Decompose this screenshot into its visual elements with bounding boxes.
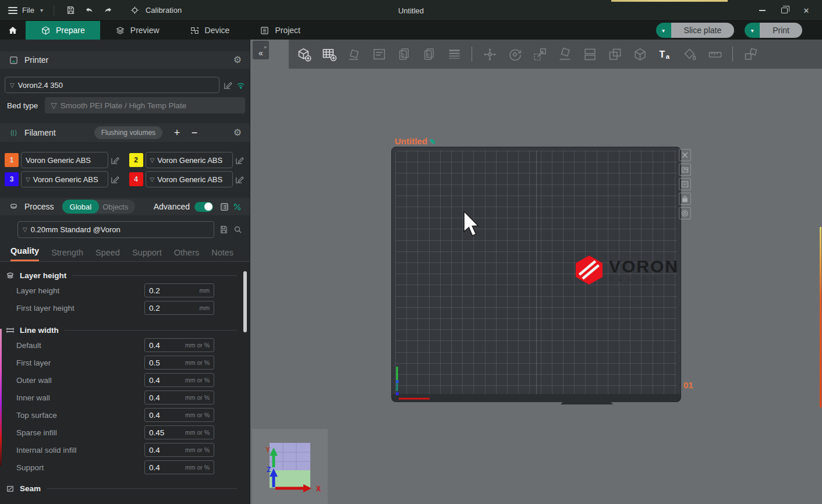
paste-icon[interactable]: P — [419, 44, 440, 65]
wifi-connection-icon[interactable] — [236, 81, 245, 90]
close-button[interactable]: ✕ — [796, 2, 816, 19]
color-painting-icon[interactable] — [679, 44, 700, 65]
file-menu-chevron-icon[interactable]: ▾ — [40, 7, 43, 13]
scrollbar-thumb[interactable] — [243, 271, 247, 332]
edit-filament-2-icon[interactable] — [235, 156, 244, 165]
lay-on-face-icon[interactable] — [554, 44, 575, 65]
tab-project[interactable]: Project — [245, 21, 316, 40]
split-to-parts-icon[interactable] — [604, 44, 625, 65]
arrange-icon[interactable] — [369, 44, 389, 65]
add-filament-button[interactable]: + — [171, 127, 183, 138]
group-seam: Seam — [0, 482, 250, 495]
calibration-button[interactable]: Calibration — [129, 4, 182, 17]
rotate-icon[interactable] — [504, 44, 525, 65]
copy-icon[interactable]: 0 — [394, 44, 414, 65]
flushing-volumes-button[interactable]: Flushing volumes — [94, 126, 162, 139]
line-width-top-surface-input[interactable]: 0.4 mm or % — [144, 408, 214, 422]
tab-others[interactable]: Others — [174, 248, 200, 261]
filament-color-1[interactable]: 1 — [5, 153, 19, 167]
tab-device[interactable]: Device — [175, 21, 245, 40]
mesh-boolean-icon[interactable] — [629, 44, 650, 65]
add-object-icon[interactable] — [293, 44, 314, 65]
titlebar: File ▾ Calibration Untitled — [0, 0, 822, 21]
file-menu-label: File — [22, 6, 34, 15]
scope-global[interactable]: Global — [62, 200, 100, 214]
rename-plate-pencil-icon[interactable]: ✎ — [430, 137, 436, 146]
plate-settings-icon[interactable] — [679, 207, 691, 219]
filament-color-2[interactable]: 2 — [129, 153, 143, 167]
home-button[interactable] — [0, 21, 26, 40]
line-width-first-layer-input[interactable]: 0.5 mm or % — [144, 356, 214, 370]
line-width-internal-solid-infill-input[interactable]: 0.4 mm or % — [144, 443, 214, 457]
line-width-inner-wall-input[interactable]: 0.4 mm or % — [144, 391, 214, 404]
minimize-button[interactable] — [752, 2, 772, 19]
slice-plate-button[interactable]: ▾ Slice plate — [656, 23, 735, 38]
edit-printer-icon[interactable] — [224, 81, 232, 90]
move-icon[interactable] — [479, 44, 500, 65]
save-icon[interactable] — [65, 4, 77, 17]
add-plate-icon[interactable] — [318, 44, 339, 65]
filament-settings-gear-icon[interactable]: ⚙ — [233, 128, 242, 137]
auto-orient-plate-icon[interactable] — [679, 164, 691, 176]
orientation-gizmo[interactable]: Y Z X — [252, 429, 328, 504]
measure-icon[interactable] — [704, 44, 725, 65]
auto-orient-icon[interactable] — [343, 44, 364, 65]
filament-select-3[interactable]: ▽Voron Generic ABS — [21, 171, 108, 187]
layer-height-input[interactable]: 0.2 mm — [144, 283, 214, 297]
tab-speed[interactable]: Speed — [95, 248, 120, 261]
tab-support[interactable]: Support — [132, 248, 162, 261]
print-button[interactable]: ▾ Print — [745, 23, 802, 38]
arrange-plate-icon[interactable] — [679, 178, 691, 190]
printer-settings-gear-icon[interactable]: ⚙ — [233, 55, 242, 65]
assembly-view-icon[interactable] — [740, 44, 761, 65]
line-width-support-input[interactable]: 0.4 mm or % — [144, 460, 214, 474]
3d-viewport[interactable]: 0 P — [250, 40, 822, 504]
plate-name[interactable]: Untitled ✎ — [395, 136, 436, 146]
filament-color-3[interactable]: 3 — [5, 172, 19, 186]
advanced-toggle[interactable] — [194, 202, 213, 212]
process-preset-select[interactable]: ▽ 0.20mm Standard @Voron — [17, 221, 214, 238]
printer-icon — [8, 55, 19, 65]
tab-prepare[interactable]: Prepare — [26, 21, 100, 40]
collapse-sidebar-button[interactable]: »« — [253, 41, 269, 59]
edit-filament-4-icon[interactable] — [235, 175, 244, 184]
line-width-default-input[interactable]: 0.4 mm or % — [144, 338, 214, 352]
variable-layer-height-icon[interactable] — [444, 44, 465, 65]
delete-plate-icon[interactable] — [679, 149, 691, 161]
edit-filament-3-icon[interactable] — [111, 175, 119, 184]
tab-notes[interactable]: Notes — [211, 248, 233, 261]
compare-presets-icon[interactable] — [233, 203, 242, 211]
param-row: Top surface 0.4 mm or % — [0, 406, 250, 424]
filament-color-4[interactable]: 4 — [129, 172, 143, 186]
search-preset-icon[interactable] — [233, 225, 242, 234]
undo-icon[interactable] — [83, 4, 96, 17]
tab-preview[interactable]: Preview — [100, 21, 175, 40]
save-preset-icon[interactable] — [219, 225, 228, 234]
text-tool-icon[interactable]: Ta — [654, 44, 675, 65]
tab-strength[interactable]: Strength — [51, 248, 83, 261]
parameter-table-icon[interactable] — [220, 203, 229, 211]
split-to-objects-icon[interactable] — [579, 44, 600, 65]
remove-filament-button[interactable]: − — [188, 127, 201, 138]
redo-icon[interactable] — [102, 4, 115, 17]
filament-select-2[interactable]: ▽Voron Generic ABS — [146, 152, 233, 168]
sidebar: Printer ⚙ ▽ Voron2.4 350 Bed type ▽ Smoo… — [0, 40, 250, 504]
scope-objects[interactable]: Objects — [99, 203, 135, 211]
file-menu[interactable]: File — [8, 6, 34, 15]
lock-plate-icon[interactable] — [679, 193, 691, 205]
slice-dropdown-chevron-icon[interactable]: ▾ — [656, 23, 671, 38]
printer-select[interactable]: ▽ Voron2.4 350 — [5, 77, 219, 93]
maximize-button[interactable] — [774, 2, 794, 19]
first-layer-height-input[interactable]: 0.2 mm — [144, 301, 214, 315]
filament-select-1[interactable]: Voron Generic ABS — [21, 152, 108, 168]
main-nav: Prepare Preview Device Project ▾ Slice p… — [0, 21, 822, 40]
filament-select-4[interactable]: ▽Voron Generic ABS — [146, 171, 233, 187]
scale-icon[interactable] — [529, 44, 550, 65]
line-width-sparse-infill-input[interactable]: 0.45 mm or % — [144, 425, 214, 439]
edit-filament-1-icon[interactable] — [111, 156, 119, 165]
line-width-outer-wall-input[interactable]: 0.4 mm or % — [144, 373, 214, 387]
bed-type-select[interactable]: ▽ Smooth PEI Plate / High Temp Plate — [45, 97, 245, 113]
group-layer-height: Layer height — [0, 269, 250, 282]
tab-quality[interactable]: Quality — [10, 246, 39, 261]
print-dropdown-chevron-icon[interactable]: ▾ — [745, 23, 760, 38]
